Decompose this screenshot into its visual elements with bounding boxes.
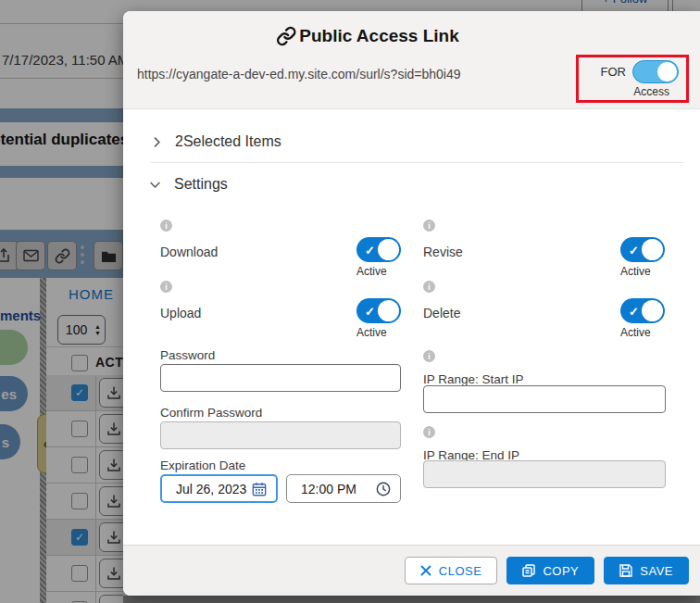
link-icon: [276, 26, 296, 46]
expiration-time-field[interactable]: 12:00 PM: [286, 474, 401, 503]
toggle-knob: [642, 300, 663, 321]
chevron-down-icon: [148, 179, 162, 191]
toggle-knob: [642, 239, 663, 260]
settings-section-header[interactable]: Settings: [148, 176, 228, 193]
ip-start-input[interactable]: [423, 385, 666, 413]
public-access-url: https://cyangate-a-dev-ed.my.site.com/su…: [137, 67, 461, 82]
upload-toggle[interactable]: ✓: [356, 298, 401, 323]
upload-toggle-status: Active: [356, 326, 387, 339]
expiration-time-value: 12:00 PM: [301, 482, 356, 496]
selected-items-label: 2Selected Items: [175, 133, 281, 150]
for-label: FOR: [601, 65, 626, 79]
check-icon: ✓: [629, 243, 639, 257]
clock-icon: [376, 482, 391, 496]
close-button[interactable]: CLOSE: [405, 557, 498, 584]
highlight-box: FOR Access: [576, 55, 689, 103]
revise-toggle-status: Active: [620, 265, 651, 278]
expiration-date-value: Jul 26, 2023: [176, 482, 246, 496]
confirm-password-input: [160, 421, 401, 449]
toggle-knob: [657, 62, 677, 82]
save-button[interactable]: SAVE: [604, 557, 689, 584]
download-toggle[interactable]: ✓: [356, 237, 401, 262]
calendar-icon: [252, 482, 267, 496]
confirm-password-label: Confirm Password: [160, 406, 262, 420]
check-icon: ✓: [365, 304, 375, 318]
modal-title-text: Public Access Link: [299, 26, 458, 46]
expiration-date-field[interactable]: Jul 26, 2023: [160, 474, 278, 503]
selected-items-section-header[interactable]: 2Selected Items: [151, 133, 281, 150]
chevron-right-icon: [151, 135, 163, 149]
password-input[interactable]: [160, 364, 401, 392]
info-icon[interactable]: i: [160, 220, 172, 232]
toggle-knob: [378, 239, 399, 260]
close-icon: [420, 565, 431, 576]
settings-label: Settings: [174, 176, 228, 193]
info-icon[interactable]: i: [423, 281, 435, 293]
delete-toggle-label: Delete: [423, 306, 460, 320]
delete-toggle-status: Active: [620, 326, 651, 339]
download-toggle-status: Active: [356, 265, 387, 278]
info-icon[interactable]: i: [423, 350, 435, 362]
screen: + Follow 7/17/2023, 11:50 AM otential du…: [0, 0, 700, 603]
expiration-date-label: Expiration Date: [160, 459, 245, 472]
check-icon: ✓: [365, 243, 375, 257]
upload-toggle-label: Upload: [160, 306, 201, 320]
save-icon: [619, 564, 632, 577]
download-toggle-label: Download: [160, 245, 218, 259]
ip-start-label: IP Range: Start IP: [423, 372, 524, 386]
copy-button[interactable]: COPY: [506, 557, 594, 584]
info-icon[interactable]: i: [160, 281, 172, 293]
toggle-knob: [378, 300, 399, 321]
info-icon[interactable]: i: [423, 220, 435, 232]
ip-end-input: [423, 460, 666, 488]
revise-toggle[interactable]: ✓: [620, 237, 665, 262]
section-divider: [151, 162, 683, 163]
public-access-link-modal: Public Access Link https://cyangate-a-de…: [123, 11, 700, 596]
revise-toggle-label: Revise: [423, 245, 463, 259]
modal-header: Public Access Link https://cyangate-a-de…: [123, 11, 700, 109]
check-icon: ✓: [629, 304, 639, 318]
password-label: Password: [160, 348, 215, 362]
copy-icon: [522, 564, 535, 577]
access-toggle[interactable]: [632, 60, 679, 83]
modal-title: Public Access Link: [276, 26, 458, 46]
modal-footer: CLOSE COPY SAVE: [123, 545, 700, 596]
info-icon[interactable]: i: [423, 426, 435, 438]
delete-toggle[interactable]: ✓: [620, 298, 665, 323]
access-label: Access: [586, 85, 679, 98]
